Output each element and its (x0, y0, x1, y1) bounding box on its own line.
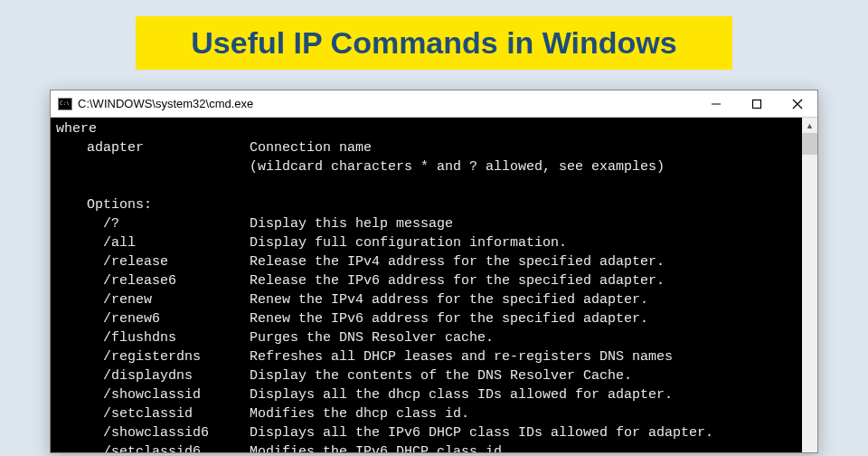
terminal-output[interactable]: whereadapterConnection name(wildcard cha… (51, 118, 802, 452)
scroll-up-arrow-icon[interactable]: ▲ (802, 118, 817, 133)
terminal-line: adapterConnection name (56, 138, 797, 157)
terminal-line: Options: (56, 195, 797, 214)
terminal-line: (wildcard characters * and ? allowed, se… (56, 157, 797, 176)
terminal-line: /flushdnsPurges the DNS Resolver cache. (56, 328, 797, 347)
maximize-button[interactable] (736, 90, 777, 118)
close-button[interactable] (777, 90, 817, 118)
titlebar[interactable]: C:\WINDOWS\system32\cmd.exe (51, 90, 817, 118)
window-title: C:\WINDOWS\system32\cmd.exe (78, 97, 695, 110)
terminal-line: /renewRenew the IPv4 address for the spe… (56, 290, 797, 309)
svg-rect-1 (752, 100, 760, 108)
terminal-line (56, 176, 797, 195)
terminal-line: where (56, 119, 797, 138)
cmd-window: C:\WINDOWS\system32\cmd.exe whereadapter… (50, 90, 818, 453)
terminal-line: /registerdnsRefreshes all DHCP leases an… (56, 347, 797, 366)
terminal-line: /setclassid6Modifies the IPv6 DHCP class… (56, 442, 797, 452)
terminal-line: /renew6Renew the IPv6 address for the sp… (56, 309, 797, 328)
terminal-line: /showclassidDisplays all the dhcp class … (56, 385, 797, 404)
terminal-line: /displaydnsDisplay the contents of the D… (56, 366, 797, 385)
maximize-icon (751, 99, 762, 109)
window-controls (695, 90, 817, 118)
cmd-icon (58, 98, 72, 110)
terminal-line: /releaseRelease the IPv4 address for the… (56, 252, 797, 271)
terminal-line: /setclassidModifies the dhcp class id. (56, 404, 797, 423)
banner-title: Useful IP Commands in Windows (152, 25, 716, 61)
close-icon (792, 99, 803, 109)
page-banner: Useful IP Commands in Windows (136, 16, 732, 70)
scrollbar[interactable]: ▲ (802, 118, 817, 452)
terminal-line: /showclassid6Displays all the IPv6 DHCP … (56, 423, 797, 442)
scroll-thumb[interactable] (802, 133, 817, 155)
terminal-line: /allDisplay full configuration informati… (56, 233, 797, 252)
minimize-button[interactable] (695, 90, 736, 118)
terminal-line: /?Display this help message (56, 214, 797, 233)
terminal-area: whereadapterConnection name(wildcard cha… (51, 118, 817, 452)
terminal-line: /release6Release the IPv6 address for th… (56, 271, 797, 290)
minimize-icon (711, 99, 722, 109)
